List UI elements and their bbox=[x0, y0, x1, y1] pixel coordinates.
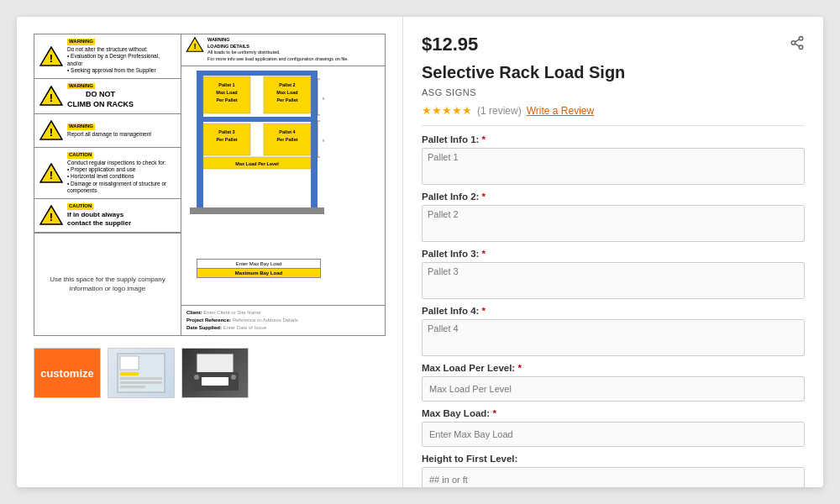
svg-text:Per Pallet: Per Pallet bbox=[276, 137, 297, 142]
svg-text:!: ! bbox=[50, 126, 53, 139]
share-icon[interactable] bbox=[790, 35, 805, 54]
pallet3-input[interactable] bbox=[422, 262, 805, 299]
pallet2-input[interactable] bbox=[422, 205, 805, 242]
pallet3-group: Pallet Info 3: * bbox=[422, 249, 805, 299]
height-first-level-label: Height to First Level: bbox=[422, 454, 805, 464]
preview-thumbnail-3[interactable] bbox=[181, 348, 249, 398]
client-label-1: Client: bbox=[186, 310, 202, 315]
max-load-level-group: Max Load Per Level: * bbox=[422, 363, 805, 402]
svg-rect-44 bbox=[120, 372, 139, 375]
loading-warning-icon: ! bbox=[186, 37, 204, 52]
client-val-2: Reference or Address Details bbox=[233, 318, 298, 323]
logo-space: Use this space for the supply company in… bbox=[34, 233, 181, 335]
svg-rect-47 bbox=[120, 386, 145, 388]
svg-rect-15 bbox=[197, 117, 318, 122]
warning-text-3: WARNING Report all damage to management bbox=[67, 123, 151, 138]
preview-thumbnail-2[interactable] bbox=[108, 348, 175, 398]
client-val-1: Enter Client or Site Name bbox=[203, 310, 260, 315]
svg-rect-43 bbox=[120, 356, 139, 370]
divider bbox=[422, 125, 805, 126]
max-bay-section: Enter Max Bay Load Maximum Bay Load bbox=[197, 259, 321, 278]
review-count: (1 review) bbox=[477, 105, 522, 117]
caution-row-1: ! CAUTION Conduct regular inspections to… bbox=[34, 148, 181, 199]
client-val-3: Enter Date of Issue bbox=[223, 325, 266, 330]
svg-text:Pallet 3: Pallet 3 bbox=[218, 129, 234, 134]
svg-rect-46 bbox=[120, 381, 162, 384]
warning-text-2: WARNING DO NOTCLIMB ON RACKS bbox=[67, 82, 134, 110]
client-info: Client: Enter Client or Site Name Projec… bbox=[181, 305, 385, 335]
svg-rect-45 bbox=[120, 377, 162, 380]
client-label-2: Project Reference: bbox=[186, 318, 231, 323]
caution-text-1: CAUTION Conduct regular inspections to c… bbox=[67, 151, 176, 195]
pallet1-input[interactable] bbox=[422, 148, 805, 185]
max-load-level-label: Max Load Per Level: * bbox=[422, 363, 805, 373]
svg-text:Per Pallet: Per Pallet bbox=[216, 97, 237, 102]
svg-point-51 bbox=[194, 375, 199, 380]
svg-rect-12 bbox=[197, 71, 203, 209]
svg-text:!: ! bbox=[50, 52, 53, 65]
svg-text:!: ! bbox=[50, 211, 53, 223]
warning-row-2: ! WARNING DO NOTCLIMB ON RACKS bbox=[34, 79, 181, 114]
caution-text-2: CAUTION If in doubt alwayscontact the su… bbox=[67, 202, 131, 228]
caution-row-2: ! CAUTION If in doubt alwayscontact the … bbox=[34, 199, 181, 233]
svg-text:Pallet 1: Pallet 1 bbox=[218, 82, 234, 87]
right-panel: $12.95 Selective Rack Load Sign ASG SIGN… bbox=[403, 17, 823, 487]
warning-row-1: ! WARNING Do not alter the structure wit… bbox=[34, 34, 181, 79]
svg-text:!: ! bbox=[50, 92, 53, 104]
rack-diagram: Pallet 1 Max Load Per Pallet Pallet 2 Ma… bbox=[181, 66, 385, 305]
product-title: Selective Rack Load Sign bbox=[422, 62, 805, 82]
client-label-3: Date Supplied: bbox=[186, 325, 222, 330]
svg-text:in or ft: in or ft bbox=[323, 97, 324, 101]
svg-text:Max Load: Max Load bbox=[276, 90, 297, 95]
svg-text:Pallet 4: Pallet 4 bbox=[279, 129, 296, 134]
svg-text:in or ft: in or ft bbox=[323, 139, 324, 143]
price-row: $12.95 bbox=[422, 34, 805, 55]
form-fields: Pallet Info 1: * Pallet Info 2: * Pallet… bbox=[422, 134, 805, 487]
warning-icon-1: ! bbox=[39, 46, 63, 66]
max-bay-load-label: Max Bay Load: * bbox=[422, 408, 805, 418]
left-panel: ! WARNING Do not alter the structure wit… bbox=[17, 17, 403, 487]
price: $12.95 bbox=[422, 34, 478, 55]
warning-icon-2: ! bbox=[39, 86, 63, 106]
max-bay-load-input[interactable] bbox=[422, 422, 805, 447]
preview-icon-3 bbox=[190, 352, 240, 394]
caution-icon-2: ! bbox=[39, 205, 63, 225]
customize-thumbnail[interactable]: customize bbox=[34, 348, 101, 398]
svg-text:Max Load: Max Load bbox=[216, 90, 237, 95]
max-bay-sub: Maximum Bay Load bbox=[235, 270, 282, 276]
svg-text:Per Pallet: Per Pallet bbox=[276, 97, 297, 102]
pallet4-group: Pallet Info 4: * bbox=[422, 306, 805, 356]
max-load-level-input[interactable] bbox=[422, 376, 805, 402]
pallet2-group: Pallet Info 2: * bbox=[422, 192, 805, 242]
rating-row: ★★★★★ (1 review) Write a Review bbox=[422, 104, 805, 117]
rack-svg: Pallet 1 Max Load Per Pallet Pallet 2 Ma… bbox=[190, 66, 324, 234]
star-rating: ★★★★★ bbox=[422, 104, 472, 117]
preview-icon-2 bbox=[116, 352, 166, 394]
svg-point-52 bbox=[231, 375, 236, 380]
svg-text:Max Load Per Level: Max Load Per Level bbox=[235, 161, 279, 166]
max-bay-load-group: Max Bay Load: * bbox=[422, 408, 805, 447]
svg-rect-17 bbox=[190, 207, 324, 214]
svg-rect-50 bbox=[202, 377, 228, 386]
svg-rect-14 bbox=[197, 71, 318, 76]
max-bay-label: Enter Max Bay Load bbox=[236, 261, 281, 266]
write-review-link[interactable]: Write a Review bbox=[527, 105, 594, 117]
loading-warning-banner: ! WARNING LOADING DETAILS All loads to b… bbox=[181, 34, 385, 66]
warning-column: ! WARNING Do not alter the structure wit… bbox=[34, 34, 181, 335]
pallet2-label: Pallet Info 2: * bbox=[422, 192, 805, 202]
warning-text-1: WARNING Do not alter the structure witho… bbox=[67, 38, 176, 75]
pallet1-group: Pallet Info 1: * bbox=[422, 134, 805, 185]
pallet3-label: Pallet Info 3: * bbox=[422, 249, 805, 259]
svg-text:!: ! bbox=[193, 41, 196, 50]
loading-warning-text: WARNING LOADING DETAILS All loads to be … bbox=[207, 37, 349, 63]
thumbnail-row: customize bbox=[34, 344, 386, 402]
height-first-level-input[interactable] bbox=[422, 467, 805, 487]
customize-label: customize bbox=[40, 367, 94, 380]
svg-line-57 bbox=[795, 39, 799, 42]
warning-icon-3: ! bbox=[39, 120, 63, 140]
sign-preview: ! WARNING Do not alter the structure wit… bbox=[34, 34, 386, 336]
pallet1-label: Pallet Info 1: * bbox=[422, 134, 805, 144]
svg-line-56 bbox=[795, 44, 799, 46]
svg-text:Per Pallet: Per Pallet bbox=[216, 137, 237, 142]
pallet4-input[interactable] bbox=[422, 319, 805, 356]
